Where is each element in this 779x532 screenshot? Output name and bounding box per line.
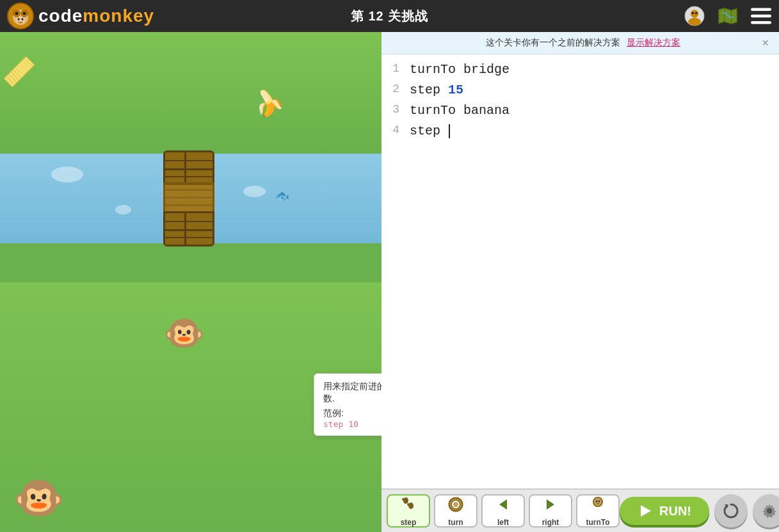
svg-point-11 (688, 18, 701, 26)
right-label: right (542, 518, 559, 527)
logo-text: codemonkey (38, 6, 154, 26)
turn-button[interactable]: turn (434, 494, 478, 528)
grass-top (0, 32, 381, 154)
reset-button[interactable] (714, 494, 748, 528)
svg-point-7 (18, 18, 20, 20)
map-icon[interactable] (716, 4, 739, 28)
svg-point-6 (16, 17, 25, 23)
reset-icon (722, 502, 740, 520)
svg-point-13 (695, 12, 698, 15)
line-content-3[interactable]: turnTo banana (410, 103, 510, 118)
svg-rect-14 (751, 8, 771, 11)
monkey-side-character: 🐵 (13, 474, 65, 522)
code-line-4: 4 step (381, 122, 779, 143)
banner-close-button[interactable]: × (762, 37, 769, 49)
right-button[interactable]: right (529, 494, 572, 528)
code-number-15: 15 (448, 83, 463, 97)
tooltip-code: step 10 (323, 419, 381, 429)
bridge-barrel-top (163, 150, 214, 186)
tooltip: 用来指定前进的步数. 范例: step 10 (314, 373, 381, 436)
bottom-action-bar: step turn left (381, 488, 779, 532)
code-panel: 这个关卡你有一个之前的解决方案 显示解决方案 × 1 turnTo bridge… (381, 32, 779, 532)
banner-message: 这个关卡你有一个之前的解决方案 显示解决方案 (405, 37, 762, 49)
line-number-3: 3 (381, 103, 410, 116)
avatar-icon[interactable] (683, 4, 706, 28)
tooltip-example-label: 范例: (323, 408, 344, 418)
gear-icon (761, 503, 778, 519)
turnto-icon (589, 496, 607, 517)
svg-point-10 (691, 10, 698, 17)
svg-point-20 (407, 503, 410, 506)
tooltip-description: 用来指定前进的步数. (323, 380, 381, 405)
step-button[interactable]: step (387, 494, 430, 528)
play-icon (638, 503, 653, 519)
svg-point-4 (15, 12, 19, 15)
code-line-1: 1 turnTo bridge (381, 61, 779, 81)
svg-rect-16 (751, 21, 771, 24)
solution-banner: 这个关卡你有一个之前的解决方案 显示解决方案 × (381, 32, 779, 54)
run-label: RUN! (659, 504, 691, 519)
run-button[interactable]: RUN! (620, 497, 709, 525)
water-rock (115, 205, 131, 214)
left-label: left (497, 518, 509, 527)
left-button[interactable]: left (481, 494, 525, 528)
code-editor[interactable]: 1 turnTo bridge 2 step 15 3 turnTo banan… (381, 54, 779, 532)
turn-icon (447, 496, 465, 517)
svg-point-32 (767, 508, 772, 513)
line-number-4: 4 (381, 124, 410, 136)
svg-marker-29 (641, 505, 651, 517)
logo: codemonkey (6, 2, 154, 30)
line-content-2[interactable]: step 15 (410, 83, 463, 97)
svg-point-19 (402, 498, 405, 501)
line-content-1[interactable]: turnTo bridge (410, 62, 510, 77)
left-icon (494, 496, 512, 517)
svg-point-5 (23, 12, 26, 15)
line-number-1: 1 (381, 62, 410, 75)
bridge-barrel-bottom (163, 211, 214, 246)
settings-button[interactable] (753, 494, 779, 528)
command-buttons: step turn left (387, 494, 620, 528)
svg-rect-15 (751, 15, 771, 18)
svg-point-26 (593, 497, 602, 506)
line-content-4[interactable]: step (410, 124, 450, 138)
svg-marker-24 (499, 499, 507, 510)
menu-icon[interactable] (750, 4, 773, 28)
page-title: 第 12 关挑战 (351, 8, 428, 25)
code-line-2: 2 step 15 (381, 81, 779, 102)
water-rock (243, 186, 266, 197)
svg-point-23 (453, 502, 458, 507)
svg-marker-25 (547, 499, 554, 510)
line-number-2: 2 (381, 83, 410, 95)
tooltip-example: 范例: (323, 408, 381, 419)
step-icon (399, 496, 417, 517)
turnto-button[interactable]: turnTo (576, 494, 620, 528)
step-label: step (401, 518, 417, 527)
turnto-label: turnTo (586, 518, 609, 527)
monkey-character: 🐵 (163, 314, 205, 353)
water-rock (51, 166, 83, 182)
code-line-3: 3 turnTo banana (381, 102, 779, 122)
game-area: 🐟 (0, 32, 381, 532)
text-cursor (449, 124, 450, 138)
svg-point-12 (692, 12, 695, 15)
bridge (154, 150, 224, 246)
svg-point-8 (22, 18, 24, 20)
svg-point-27 (596, 500, 598, 502)
turn-label: turn (448, 518, 463, 527)
right-icon (542, 496, 559, 517)
svg-point-28 (598, 500, 600, 502)
nav-icons (683, 4, 773, 28)
top-navigation: codemonkey 第 12 关挑战 (0, 0, 779, 32)
show-solution-link[interactable]: 显示解决方案 (627, 37, 680, 47)
fish-icon: 🐟 (275, 189, 289, 203)
main-layout: 🐟 (0, 32, 779, 532)
logo-icon (6, 2, 35, 30)
action-area: RUN! (620, 494, 779, 528)
